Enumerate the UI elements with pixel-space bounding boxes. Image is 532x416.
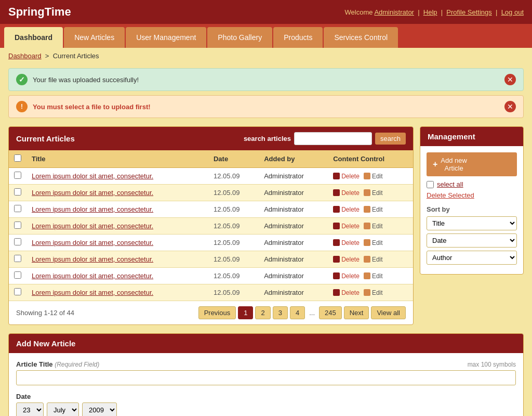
article-author-link[interactable]: Administrator xyxy=(264,239,304,246)
help-link[interactable]: Help xyxy=(423,8,437,16)
row-checkbox-0[interactable] xyxy=(14,172,21,179)
alert-warning-close[interactable]: ✕ xyxy=(504,101,516,112)
delete-button[interactable]: Delete xyxy=(333,289,360,296)
month-select[interactable]: July xyxy=(47,402,79,416)
row-checkbox-1[interactable] xyxy=(14,188,21,196)
year-select[interactable]: 2009 xyxy=(82,402,117,416)
view-all-button[interactable]: View all xyxy=(371,306,406,319)
page-4-button[interactable]: 4 xyxy=(290,306,305,319)
article-author-link[interactable]: Administrator xyxy=(264,255,304,263)
article-title-cell[interactable]: Lorem ipsum dolor sit amet, consectetur. xyxy=(32,222,153,230)
content-control: Delete Edit xyxy=(333,189,408,197)
next-button[interactable]: Next xyxy=(344,306,369,319)
edit-button[interactable]: Edit xyxy=(364,173,383,180)
date-selects: 23 July 2009 xyxy=(16,402,516,416)
breadcrumb-current: Current Articles xyxy=(53,52,99,60)
tab-services-control[interactable]: Services Control xyxy=(324,27,398,48)
article-title-cell[interactable]: Lorem ipsum dolor sit amet, consectetur. xyxy=(32,255,153,263)
day-select[interactable]: 23 xyxy=(16,402,44,416)
tab-products[interactable]: Products xyxy=(273,27,323,48)
add-new-button[interactable]: + Add newArticle xyxy=(427,152,517,176)
edit-button[interactable]: Edit xyxy=(364,256,383,263)
table-row: Lorem ipsum dolor sit amet, consectetur.… xyxy=(9,251,413,268)
user-info: Welcome Administrator | Help | Profile S… xyxy=(345,8,524,16)
breadcrumb-parent[interactable]: Dashboard xyxy=(8,52,42,60)
article-title-required: (Required Field) xyxy=(55,361,99,368)
prev-button[interactable]: Previous xyxy=(198,306,236,319)
content-control: Delete Edit xyxy=(333,289,408,296)
sort-date-select[interactable]: Date Title Author xyxy=(427,233,517,248)
article-author-link[interactable]: Administrator xyxy=(264,289,304,296)
tab-photo-gallery[interactable]: Photo Gallery xyxy=(207,27,272,48)
delete-button[interactable]: Delete xyxy=(333,206,360,213)
article-author-link[interactable]: Administrator xyxy=(264,189,304,197)
edit-button[interactable]: Edit xyxy=(364,223,383,230)
article-title-max: max 100 symbols xyxy=(468,361,516,368)
page-245-button[interactable]: 245 xyxy=(319,306,342,319)
article-title-cell[interactable]: Lorem ipsum dolor sit amet, consectetur. xyxy=(32,289,153,296)
article-date-cell: 12.05.09 xyxy=(208,218,259,235)
article-author-link[interactable]: Administrator xyxy=(264,205,304,213)
admin-link[interactable]: Administrator xyxy=(374,8,414,16)
date-label: Date xyxy=(16,393,31,400)
row-checkbox-5[interactable] xyxy=(14,255,21,262)
tab-user-management[interactable]: User Management xyxy=(126,27,206,48)
delete-button[interactable]: Delete xyxy=(333,173,360,180)
articles-panel-title: Current Articles xyxy=(16,134,75,143)
pagination-buttons: Previous 1 2 3 4 ... 245 Next View all xyxy=(198,306,406,319)
tab-new-articles[interactable]: New Articles xyxy=(64,27,125,48)
delete-button[interactable]: Delete xyxy=(333,272,360,280)
page-1-button[interactable]: 1 xyxy=(238,306,253,319)
logout-link[interactable]: Log out xyxy=(501,8,524,16)
delete-icon xyxy=(333,173,340,179)
article-title-cell[interactable]: Lorem ipsum dolor sit amet, consectetur. xyxy=(32,205,153,213)
col-date: Date xyxy=(208,150,259,168)
sort-author-select[interactable]: Author Title Date xyxy=(427,251,517,265)
edit-icon xyxy=(364,289,370,296)
profile-settings-link[interactable]: Profile Settings xyxy=(446,8,491,16)
article-title-row: Article Title (Required Field) max 100 s… xyxy=(16,360,516,385)
management-header: Management xyxy=(420,127,523,146)
select-all-link[interactable]: select all xyxy=(427,180,517,188)
delete-icon xyxy=(333,272,340,279)
edit-icon xyxy=(364,173,370,179)
search-input[interactable] xyxy=(294,132,372,145)
row-checkbox-6[interactable] xyxy=(14,271,21,279)
alert-success-close[interactable]: ✕ xyxy=(504,74,516,85)
edit-icon xyxy=(364,256,370,263)
article-date-cell: 12.05.09 xyxy=(208,284,259,301)
edit-button[interactable]: Edit xyxy=(364,206,383,213)
article-date-cell: 12.05.09 xyxy=(208,251,259,268)
sort-title-select[interactable]: Title Date Author xyxy=(427,216,517,230)
row-checkbox-4[interactable] xyxy=(14,238,21,245)
welcome-text: Welcome xyxy=(345,8,373,16)
select-all-checkbox[interactable] xyxy=(14,154,21,162)
row-checkbox-2[interactable] xyxy=(14,205,21,212)
article-author-link[interactable]: Administrator xyxy=(264,272,304,280)
article-title-cell[interactable]: Lorem ipsum dolor sit amet, consectetur. xyxy=(32,172,153,180)
delete-button[interactable]: Delete xyxy=(333,189,360,197)
article-title-cell[interactable]: Lorem ipsum dolor sit amet, consectetur. xyxy=(32,189,153,197)
row-checkbox-3[interactable] xyxy=(14,222,21,229)
edit-button[interactable]: Edit xyxy=(364,289,383,296)
management-panel: Management + Add newArticle select all D… xyxy=(420,126,524,275)
search-button[interactable]: search xyxy=(375,133,406,145)
delete-selected-link[interactable]: Delete Selected xyxy=(427,191,517,199)
page-3-button[interactable]: 3 xyxy=(273,306,288,319)
edit-button[interactable]: Edit xyxy=(364,272,383,280)
delete-button[interactable]: Delete xyxy=(333,223,360,230)
page-2-button[interactable]: 2 xyxy=(255,306,270,319)
row-checkbox-7[interactable] xyxy=(14,288,21,295)
article-title-cell[interactable]: Lorem ipsum dolor sit amet, consectetur. xyxy=(32,272,153,280)
article-author-link[interactable]: Administrator xyxy=(264,172,304,180)
edit-button[interactable]: Edit xyxy=(364,189,383,197)
article-author-link[interactable]: Administrator xyxy=(264,222,304,230)
article-title-cell[interactable]: Lorem ipsum dolor sit amet, consectetur. xyxy=(32,239,153,246)
edit-button[interactable]: Edit xyxy=(364,239,383,246)
search-label: search articles xyxy=(244,135,291,142)
article-title-input[interactable] xyxy=(16,370,516,385)
delete-button[interactable]: Delete xyxy=(333,256,360,263)
tab-dashboard[interactable]: Dashboard xyxy=(4,27,63,48)
delete-button[interactable]: Delete xyxy=(333,239,360,246)
mgmt-select-all-checkbox[interactable] xyxy=(427,181,434,188)
